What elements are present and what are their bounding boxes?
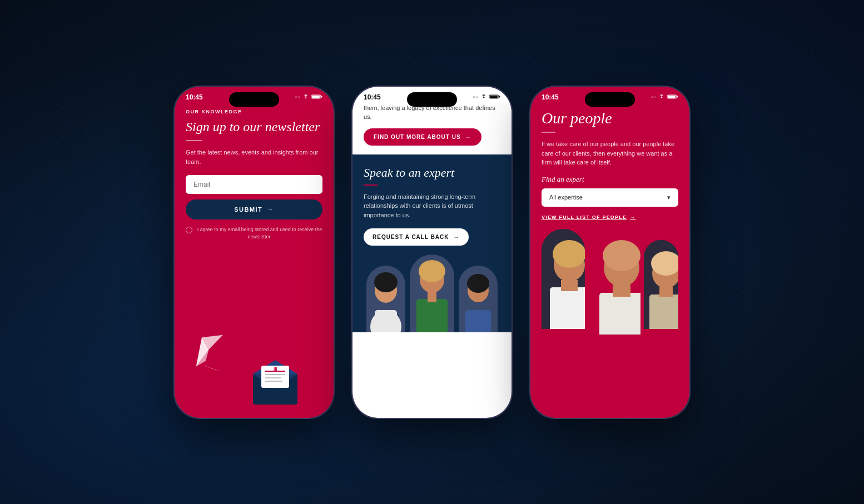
submit-arrow-icon: →: [267, 206, 274, 213]
signal-icon-1: ····: [295, 94, 300, 100]
battery-icon-3: [667, 94, 678, 101]
person-photo-3: [459, 266, 498, 332]
phone3-content: Our people If we take care of our people…: [530, 103, 689, 329]
callback-arrow-icon: →: [454, 234, 460, 240]
svg-rect-23: [375, 310, 397, 332]
phone2-bottom-section: Speak to an expert Forging and maintaini…: [352, 154, 512, 333]
expert-title: Speak to an expert: [364, 166, 500, 180]
chevron-down-icon: ▾: [667, 194, 671, 201]
svg-rect-45: [613, 285, 630, 297]
find-expert-label: Find an expert: [542, 175, 678, 184]
svg-rect-2: [312, 96, 320, 98]
svg-rect-28: [428, 291, 436, 302]
people-photo-p3-2: [588, 229, 640, 335]
battery-icon-1: [311, 94, 322, 101]
svg-rect-1: [321, 96, 322, 97]
expert-divider: [364, 184, 378, 186]
wifi-icon-1: [302, 94, 310, 101]
request-callback-button[interactable]: REQUEST A CALL BACK →: [364, 228, 469, 246]
wifi-icon-2: [480, 94, 488, 101]
phones-container: 10:45 ····: [173, 86, 691, 419]
svg-point-26: [419, 260, 445, 282]
phone2-top-section: them, leaving a legacy of excellence tha…: [352, 103, 512, 154]
newsletter-title: Sign up to our newsletter: [186, 119, 322, 135]
find-out-more-button[interactable]: FIND OUT MORE ABOUT US →: [364, 128, 481, 146]
svg-point-38: [553, 240, 585, 268]
svg-rect-32: [465, 310, 491, 332]
submit-label: SUBMIT: [234, 206, 262, 213]
svg-rect-39: [550, 287, 585, 329]
svg-rect-44: [599, 293, 640, 335]
newsletter-description: Get the latest news, events and insights…: [186, 148, 322, 166]
dynamic-island-2: [407, 92, 457, 107]
svg-rect-40: [561, 280, 578, 291]
phone1-screen: 10:45 ····: [175, 87, 334, 418]
status-time-2: 10:45: [364, 93, 381, 101]
newsletter-divider: [186, 140, 202, 141]
phone2-screen: 10:45 ····: [352, 87, 512, 418]
find-out-label: FIND OUT MORE ABOUT US: [374, 134, 461, 140]
svg-rect-49: [649, 295, 678, 329]
status-time-3: 10:45: [542, 93, 559, 101]
svg-rect-18: [490, 96, 498, 98]
svg-line-6: [205, 366, 219, 371]
signal-icon-2: ····: [473, 94, 478, 100]
view-full-list-link[interactable]: VIEW FULL LIST OF PEOPLE →: [542, 214, 678, 220]
expert-description: Forging and maintaining strong long-term…: [364, 192, 500, 220]
phone-expert: 10:45 ····: [351, 86, 513, 419]
checkbox-label: I agree to my email being stored and use…: [197, 226, 322, 240]
people-photos: [364, 255, 500, 332]
our-people-description: If we take care of our people and our pe…: [542, 139, 678, 167]
view-full-list-arrow-icon: →: [630, 214, 635, 220]
callback-label: REQUEST A CALL BACK: [373, 234, 449, 240]
people-photo-p3-1: [542, 229, 585, 329]
svg-point-43: [603, 240, 640, 271]
our-people-divider: [542, 132, 555, 133]
svg-rect-27: [416, 299, 448, 332]
status-time-1: 10:45: [186, 93, 203, 101]
section-label: OUR KNOWLEDGE: [186, 109, 322, 114]
our-people-title: Our people: [542, 109, 678, 128]
status-icons-2: ····: [473, 94, 500, 101]
svg-point-21: [374, 272, 398, 292]
svg-point-31: [467, 274, 489, 293]
envelope-icon: |||: [250, 355, 306, 407]
email-input[interactable]: [186, 175, 322, 194]
signal-icon-3: ····: [651, 94, 656, 100]
find-out-arrow-icon: →: [465, 134, 471, 140]
person-photo-2: [410, 255, 454, 332]
status-icons-1: ····: [295, 94, 322, 101]
people-photo-p3-3: [644, 240, 678, 329]
dynamic-island-3: [585, 92, 635, 107]
svg-text:|||: |||: [274, 366, 277, 371]
phone-newsletter: 10:45 ····: [173, 86, 335, 419]
svg-rect-34: [677, 96, 678, 97]
paper-plane-icon: [191, 335, 230, 373]
battery-icon-2: [489, 94, 500, 101]
checkbox-input[interactable]: [186, 227, 192, 233]
checkbox-row: I agree to my email being stored and use…: [186, 226, 322, 240]
people-photos-3: [542, 229, 678, 329]
phone3-screen: 10:45 ····: [530, 87, 689, 418]
select-value: All expertise: [549, 194, 583, 201]
wifi-icon-3: [658, 94, 666, 101]
phone-people: 10:45 ····: [529, 86, 691, 419]
dynamic-island-1: [229, 92, 279, 107]
status-icons-3: ····: [651, 94, 678, 101]
expertise-select[interactable]: All expertise ▾: [542, 188, 678, 207]
svg-rect-35: [668, 96, 676, 98]
view-full-list-label: VIEW FULL LIST OF PEOPLE: [542, 214, 627, 220]
newsletter-illustration: |||: [175, 318, 334, 418]
phone1-content: OUR KNOWLEDGE Sign up to our newsletter …: [175, 103, 334, 241]
submit-button[interactable]: SUBMIT →: [186, 199, 322, 219]
person-photo-1: [366, 266, 405, 332]
svg-rect-17: [499, 96, 500, 97]
svg-rect-50: [659, 287, 673, 297]
